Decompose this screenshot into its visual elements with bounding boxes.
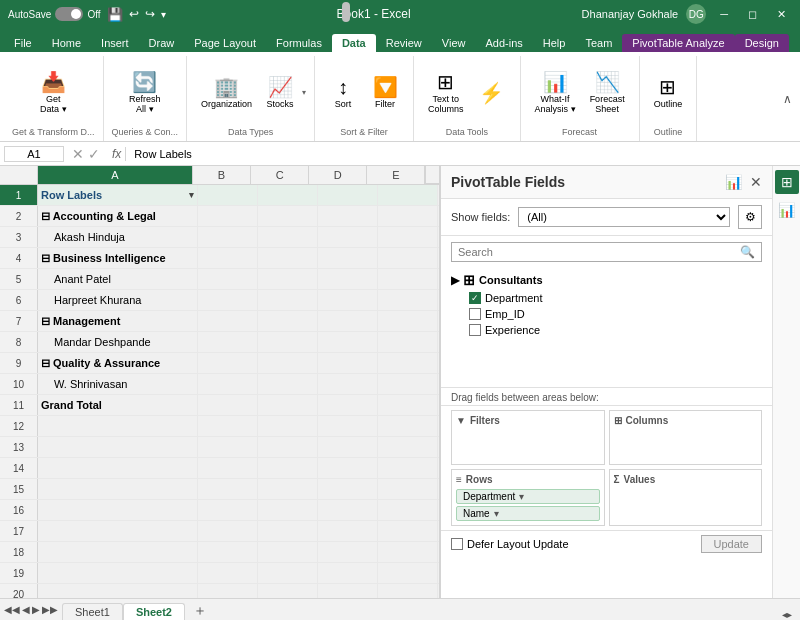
cell-a12[interactable] bbox=[38, 416, 198, 436]
name-box[interactable]: A1 bbox=[4, 146, 64, 162]
cell-a13[interactable] bbox=[38, 437, 198, 457]
pivot-settings-button[interactable]: ⚙ bbox=[738, 205, 762, 229]
table-row[interactable]: 16 bbox=[0, 500, 439, 521]
table-row[interactable]: 6 Harpreet Khurana bbox=[0, 290, 439, 311]
cell-e12[interactable] bbox=[378, 416, 438, 436]
table-row[interactable]: 17 bbox=[0, 521, 439, 542]
table-row[interactable]: 4 ⊟ Business Intelligence bbox=[0, 248, 439, 269]
cell-c3[interactable] bbox=[258, 227, 318, 247]
sheet-nav-prev[interactable]: ◀ bbox=[22, 604, 30, 615]
cell-b18[interactable] bbox=[198, 542, 258, 562]
forecast-sheet-button[interactable]: 📉 ForecastSheet bbox=[584, 69, 631, 117]
department-tag-dropdown[interactable]: ▾ bbox=[519, 491, 524, 502]
cell-a11[interactable]: Grand Total bbox=[38, 395, 198, 415]
cell-b14[interactable] bbox=[198, 458, 258, 478]
customize-icon[interactable]: ▾ bbox=[161, 9, 166, 20]
table-row[interactable]: 5 Anant Patel bbox=[0, 269, 439, 290]
show-fields-select[interactable]: (All) bbox=[518, 207, 730, 227]
cell-b9[interactable] bbox=[198, 353, 258, 373]
cell-c9[interactable] bbox=[258, 353, 318, 373]
refresh-all-button[interactable]: 🔄 RefreshAll ▾ bbox=[123, 69, 167, 117]
cell-e16[interactable] bbox=[378, 500, 438, 520]
cell-a10[interactable]: W. Shrinivasan bbox=[38, 374, 198, 394]
pivot-area-values[interactable]: Σ Values bbox=[609, 469, 763, 526]
cell-b11[interactable] bbox=[198, 395, 258, 415]
rows-tag-name[interactable]: Name ▾ bbox=[456, 506, 600, 521]
cell-b10[interactable] bbox=[198, 374, 258, 394]
cell-e7[interactable] bbox=[378, 311, 438, 331]
cell-e2[interactable] bbox=[378, 206, 438, 226]
cell-a19[interactable] bbox=[38, 563, 198, 583]
restore-button[interactable]: ◻ bbox=[742, 6, 763, 23]
add-sheet-button[interactable]: ＋ bbox=[185, 602, 215, 620]
redo-icon[interactable]: ↪ bbox=[145, 7, 155, 21]
name-tag-dropdown[interactable]: ▾ bbox=[494, 508, 499, 519]
autosave-toggle[interactable] bbox=[55, 7, 83, 21]
cell-b20[interactable] bbox=[198, 584, 258, 598]
col-header-e[interactable]: E bbox=[367, 166, 425, 184]
pivot-area-columns[interactable]: ⊞ Columns bbox=[609, 410, 763, 465]
cell-a18[interactable] bbox=[38, 542, 198, 562]
table-row[interactable]: 3 Akash Hinduja bbox=[0, 227, 439, 248]
save-icon[interactable]: 💾 bbox=[107, 7, 123, 22]
table-row[interactable]: 8 Mandar Deshpande bbox=[0, 332, 439, 353]
cell-e3[interactable] bbox=[378, 227, 438, 247]
pivot-field-experience[interactable]: Experience bbox=[451, 322, 762, 338]
tab-team[interactable]: Team bbox=[575, 34, 622, 52]
pivot-field-parent-consultants[interactable]: ▶ ⊞ Consultants bbox=[451, 270, 762, 290]
cell-e10[interactable] bbox=[378, 374, 438, 394]
get-data-button[interactable]: 📥 GetData ▾ bbox=[33, 69, 73, 117]
formula-check[interactable]: ✕ bbox=[72, 146, 84, 162]
chart-sidebar-button[interactable]: 📊 bbox=[775, 198, 799, 222]
defer-checkbox[interactable] bbox=[451, 538, 463, 550]
cell-a7[interactable]: ⊟ Management bbox=[38, 311, 198, 331]
cell-e11[interactable] bbox=[378, 395, 438, 415]
cell-c8[interactable] bbox=[258, 332, 318, 352]
cell-b2[interactable] bbox=[198, 206, 258, 226]
tab-help[interactable]: Help bbox=[533, 34, 576, 52]
col-header-b[interactable]: B bbox=[193, 166, 251, 184]
cell-a9[interactable]: ⊟ Quality & Assurance bbox=[38, 353, 198, 373]
cell-b5[interactable] bbox=[198, 269, 258, 289]
pivot-chart-icon[interactable]: 📊 bbox=[725, 174, 742, 190]
outline-button[interactable]: ⊞ Outline bbox=[648, 74, 689, 112]
cell-e13[interactable] bbox=[378, 437, 438, 457]
defer-layout-update-area[interactable]: Defer Layout Update bbox=[451, 538, 569, 550]
cell-c17[interactable] bbox=[258, 521, 318, 541]
pivot-search-input[interactable] bbox=[458, 246, 740, 258]
pivot-close-icon[interactable]: ✕ bbox=[750, 174, 762, 190]
cell-c12[interactable] bbox=[258, 416, 318, 436]
cell-b6[interactable] bbox=[198, 290, 258, 310]
cell-a8[interactable]: Mandar Deshpande bbox=[38, 332, 198, 352]
cell-e18[interactable] bbox=[378, 542, 438, 562]
tab-view[interactable]: View bbox=[432, 34, 476, 52]
table-row[interactable]: 2 ⊟ Accounting & Legal bbox=[0, 206, 439, 227]
cell-b13[interactable] bbox=[198, 437, 258, 457]
cell-e20[interactable] bbox=[378, 584, 438, 598]
table-row[interactable]: 12 bbox=[0, 416, 439, 437]
table-row[interactable]: 14 bbox=[0, 458, 439, 479]
cell-b19[interactable] bbox=[198, 563, 258, 583]
emp-id-checkbox[interactable] bbox=[469, 308, 481, 320]
table-row[interactable]: 15 bbox=[0, 479, 439, 500]
cell-e9[interactable] bbox=[378, 353, 438, 373]
table-row[interactable]: 10 W. Shrinivasan bbox=[0, 374, 439, 395]
rows-tag-department[interactable]: Department ▾ bbox=[456, 489, 600, 504]
cell-b3[interactable] bbox=[198, 227, 258, 247]
table-row[interactable]: 20 bbox=[0, 584, 439, 598]
close-button[interactable]: ✕ bbox=[771, 6, 792, 23]
cell-c2[interactable] bbox=[258, 206, 318, 226]
organization-button[interactable]: 🏢 Organization bbox=[195, 74, 258, 112]
cell-b15[interactable] bbox=[198, 479, 258, 499]
table-row[interactable]: 19 bbox=[0, 563, 439, 584]
cell-b16[interactable] bbox=[198, 500, 258, 520]
pivot-field-emp-id[interactable]: Emp_ID bbox=[451, 306, 762, 322]
col-header-d[interactable]: D bbox=[309, 166, 367, 184]
cell-c6[interactable] bbox=[258, 290, 318, 310]
tab-review[interactable]: Review bbox=[376, 34, 432, 52]
cell-c10[interactable] bbox=[258, 374, 318, 394]
cell-c5[interactable] bbox=[258, 269, 318, 289]
tab-design[interactable]: Design bbox=[735, 34, 789, 52]
col-header-c[interactable]: C bbox=[251, 166, 309, 184]
cell-e19[interactable] bbox=[378, 563, 438, 583]
